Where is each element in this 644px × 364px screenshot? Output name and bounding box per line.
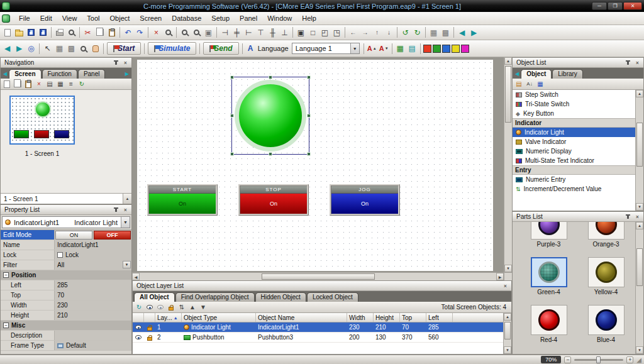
property-group-position[interactable]: − Position — [1, 270, 131, 280]
object-type-column-header[interactable]: Object Type — [182, 313, 256, 322]
simulate-button[interactable]: Simulate — [148, 42, 196, 55]
scroll-down-icon[interactable]: ▼ — [504, 265, 512, 272]
pan-icon[interactable] — [89, 43, 101, 55]
tag-database-icon[interactable]: ▦ — [394, 43, 406, 55]
category-view-icon[interactable]: ▦ — [535, 79, 545, 89]
screen-list-item[interactable]: 1 - Screen 1 ▲ — [1, 193, 131, 204]
menu-edit[interactable]: Edit — [35, 13, 57, 24]
chevron-down-icon[interactable]: ▼ — [121, 217, 130, 228]
lock-checkbox[interactable] — [57, 252, 63, 258]
scroll-down-icon[interactable]: ▼ — [504, 346, 511, 354]
pin-icon[interactable] — [624, 213, 632, 221]
zoom-out-button[interactable]: − — [564, 356, 571, 363]
tab-panel[interactable]: Panel — [78, 69, 106, 79]
list-item-multi-state-text-indicator[interactable]: Multi-State Text Indicator — [513, 156, 635, 165]
list-item-numeric-entry[interactable]: Numeric Entry — [513, 175, 635, 184]
nudge-down-icon[interactable]: ↓ — [383, 26, 395, 38]
color-swatch-yellow[interactable] — [452, 45, 460, 53]
scrollbar-thumb[interactable] — [636, 123, 643, 167]
show-object-icon[interactable] — [145, 302, 155, 312]
move-layer-down-icon[interactable]: ▼ — [198, 302, 208, 312]
tab-object[interactable]: Object — [521, 69, 552, 79]
nudge-left-icon[interactable]: ← — [347, 26, 359, 38]
maximize-button[interactable]: ❐ — [608, 2, 623, 10]
ungroup-icon[interactable]: □ — [307, 26, 319, 38]
list-item-increment-decrement-value[interactable]: ⇅ Increment/Decrement Value — [513, 184, 635, 194]
paste-icon[interactable] — [106, 26, 118, 38]
top-value[interactable]: 70 — [55, 290, 131, 300]
find-icon[interactable] — [162, 26, 174, 38]
description-value[interactable] — [55, 331, 131, 340]
menu-setup[interactable]: Setup — [206, 13, 235, 24]
collapse-icon[interactable]: − — [3, 272, 9, 278]
scrollbar-thumb[interactable] — [262, 273, 375, 280]
copy-screen-icon[interactable] — [13, 79, 23, 89]
menu-app-icon[interactable] — [2, 14, 10, 23]
pin-icon[interactable] — [624, 59, 632, 67]
height-column-header[interactable]: Height — [374, 313, 400, 322]
property-group-misc[interactable]: − Misc — [1, 321, 131, 331]
menu-database[interactable]: Database — [167, 13, 206, 24]
new-icon[interactable] — [1, 26, 13, 38]
scroll-up-icon[interactable]: ▲ — [636, 90, 643, 97]
resize-handle[interactable] — [269, 152, 272, 156]
scroll-down-icon[interactable]: ▼ — [636, 346, 643, 354]
left-column-header[interactable]: Left — [426, 313, 453, 322]
align-center-icon[interactable]: ╪ — [231, 26, 243, 38]
close-button[interactable]: ✕ — [623, 2, 642, 10]
menu-object[interactable]: Object — [105, 13, 135, 24]
group-icon[interactable]: ▣ — [295, 26, 307, 38]
width-value[interactable]: 230 — [55, 301, 131, 310]
thumbnail-view-icon[interactable]: ▦ — [55, 79, 65, 89]
width-column-header[interactable]: Width — [347, 313, 374, 322]
align-middle-icon[interactable]: ╫ — [267, 26, 279, 38]
tab-hidden-object[interactable]: Hidden Object — [255, 292, 306, 302]
edit-mode-on-button[interactable]: ON — [55, 231, 92, 240]
resize-handle[interactable] — [307, 75, 311, 79]
selection-box[interactable] — [231, 77, 309, 155]
resize-handle[interactable] — [230, 114, 234, 118]
scroll-up-icon[interactable]: ▲ — [504, 57, 512, 65]
align-left-icon[interactable]: ⊣ — [219, 26, 231, 38]
tab-scroll-left-icon[interactable]: ◀ — [2, 71, 8, 79]
table-row[interactable]: 2 Pushbutton Pushbutton3 200 130 370 560 — [133, 333, 511, 343]
new-screen-icon[interactable] — [2, 79, 12, 89]
scrollbar-thumb[interactable] — [505, 66, 511, 123]
part-red-4[interactable]: Red-4 — [520, 301, 577, 349]
list-item-valve-indicator[interactable]: Valve Indicator — [513, 137, 635, 146]
layer-column-header[interactable]: Lay... ▲ — [155, 313, 182, 322]
object-table-icon[interactable]: ▤ — [406, 43, 418, 55]
menu-panel[interactable]: Panel — [235, 13, 262, 24]
screen-properties-icon[interactable]: ▤ — [45, 79, 55, 89]
refresh-icon[interactable]: ↻ — [77, 79, 87, 89]
tab-locked-object[interactable]: Locked Object — [307, 292, 358, 302]
hide-object-icon[interactable] — [155, 302, 165, 312]
object-list-scrollbar[interactable]: ▲ ▼ — [635, 90, 643, 211]
snap-grid-icon[interactable]: ▩ — [65, 43, 77, 55]
save-all-icon[interactable] — [37, 26, 49, 38]
list-item-step-switch[interactable]: Step Switch — [513, 90, 635, 99]
zoom-in-button[interactable]: + — [626, 356, 633, 363]
start-pushbutton-object[interactable]: START On — [147, 184, 218, 216]
nudge-right-icon[interactable]: → — [359, 26, 371, 38]
zoom-fit-icon[interactable]: ▣ — [203, 26, 214, 38]
pin-icon[interactable] — [112, 206, 120, 214]
zoom-icon[interactable] — [77, 43, 89, 55]
list-view-icon[interactable]: ▤ — [514, 79, 524, 89]
redo-icon[interactable]: ↷ — [134, 26, 146, 38]
chevron-down-icon[interactable]: ▼ — [123, 261, 131, 268]
resize-handle[interactable] — [307, 152, 311, 156]
zoom-slider-thumb[interactable] — [596, 356, 601, 363]
height-value[interactable]: 210 — [55, 311, 131, 320]
cut-icon[interactable]: ✂ — [82, 26, 94, 38]
color-swatch-green[interactable] — [433, 45, 441, 53]
frame-type-select[interactable]: Default — [55, 341, 131, 350]
top-column-header[interactable]: Top — [400, 313, 426, 322]
print-icon[interactable] — [53, 26, 65, 38]
bring-to-front-icon[interactable]: ◰ — [319, 26, 331, 38]
font-decrease-icon[interactable]: A▼ — [378, 43, 390, 55]
part-purple-3[interactable]: Purple-3 — [520, 222, 577, 253]
start-button[interactable]: Start — [107, 42, 141, 55]
resize-handle[interactable] — [307, 114, 311, 118]
part-yellow-4[interactable]: Yellow-4 — [577, 253, 635, 301]
